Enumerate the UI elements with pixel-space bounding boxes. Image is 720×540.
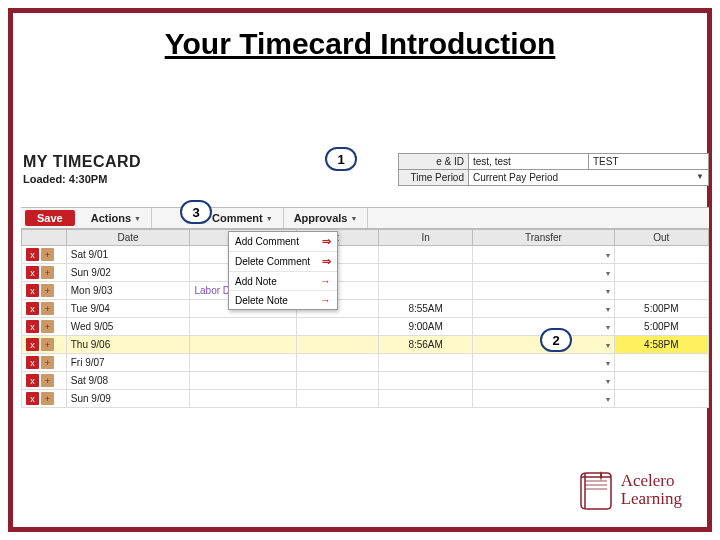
add-row-icon[interactable]: + <box>41 284 54 297</box>
delete-row-icon[interactable]: x <box>26 374 39 387</box>
delete-row-icon[interactable]: x <box>26 338 39 351</box>
transfer-cell[interactable]: ▾ <box>473 390 614 408</box>
amount-cell[interactable] <box>296 336 378 354</box>
extra-field[interactable]: TEST <box>589 154 709 170</box>
out-cell[interactable]: 4:58PM <box>614 336 708 354</box>
comment-menu-button[interactable]: Comment ▼ <box>202 208 284 228</box>
in-cell[interactable] <box>379 354 473 372</box>
row-action-cell: x+ <box>22 282 67 300</box>
table-row[interactable]: x+Wed 9/059:00AM▾5:00PM <box>22 318 709 336</box>
name-id-value[interactable]: test, test <box>469 154 589 170</box>
table-row[interactable]: x+Sun 9/02▾ <box>22 264 709 282</box>
add-row-icon[interactable]: + <box>41 248 54 261</box>
in-cell[interactable]: 9:00AM <box>379 318 473 336</box>
amount-cell[interactable] <box>296 318 378 336</box>
date-cell[interactable]: Sat 9/01 <box>66 246 190 264</box>
transfer-cell[interactable]: ▾ <box>473 246 614 264</box>
out-cell[interactable]: 5:00PM <box>614 300 708 318</box>
transfer-cell[interactable]: ▾ <box>473 354 614 372</box>
transfer-cell[interactable]: ▾ <box>473 372 614 390</box>
transfer-cell[interactable]: ▾ <box>473 264 614 282</box>
book-icon <box>577 469 613 511</box>
delete-row-icon[interactable]: x <box>26 320 39 333</box>
out-cell[interactable] <box>614 264 708 282</box>
delete-comment-item[interactable]: Delete Comment⇒ <box>229 252 337 272</box>
table-row[interactable]: x+Sat 9/08▾ <box>22 372 709 390</box>
arrow-right-icon: ⇒ <box>322 235 331 248</box>
in-cell[interactable] <box>379 390 473 408</box>
date-cell[interactable]: Wed 9/05 <box>66 318 190 336</box>
out-cell[interactable] <box>614 246 708 264</box>
amount-cell[interactable] <box>296 372 378 390</box>
slide-frame: Your Timecard Introduction MY TIMECARD L… <box>8 8 712 532</box>
transfer-cell[interactable]: ▾ <box>473 282 614 300</box>
save-button[interactable]: Save <box>25 210 75 226</box>
delete-row-icon[interactable]: x <box>26 356 39 369</box>
out-cell[interactable] <box>614 390 708 408</box>
table-row[interactable]: x+Fri 9/07▾ <box>22 354 709 372</box>
col-date: Date <box>66 230 190 246</box>
date-cell[interactable]: Fri 9/07 <box>66 354 190 372</box>
table-row[interactable]: x+Tue 9/048:55AM▾5:00PM <box>22 300 709 318</box>
in-cell[interactable] <box>379 282 473 300</box>
pay-cell[interactable] <box>190 336 296 354</box>
date-cell[interactable]: Sun 9/02 <box>66 264 190 282</box>
table-row[interactable]: x+Thu 9/068:56AM▾4:58PM <box>22 336 709 354</box>
row-action-cell: x+ <box>22 318 67 336</box>
pay-cell[interactable] <box>190 318 296 336</box>
amount-cell[interactable] <box>296 390 378 408</box>
logo-text: Acelero Learning <box>621 472 682 508</box>
time-period-select[interactable]: Current Pay Period ▼ <box>469 170 709 186</box>
in-cell[interactable]: 8:55AM <box>379 300 473 318</box>
row-action-cell: x+ <box>22 264 67 282</box>
in-cell[interactable] <box>379 264 473 282</box>
table-row[interactable]: x+Sat 9/01▾ <box>22 246 709 264</box>
add-row-icon[interactable]: + <box>41 374 54 387</box>
callout-3: 3 <box>180 200 212 224</box>
delete-note-item[interactable]: Delete Note→ <box>229 291 337 309</box>
delete-row-icon[interactable]: x <box>26 392 39 405</box>
out-cell[interactable] <box>614 372 708 390</box>
add-row-icon[interactable]: + <box>41 266 54 279</box>
approvals-menu[interactable]: Approvals ▼ <box>284 208 369 228</box>
pay-cell[interactable] <box>190 354 296 372</box>
out-cell[interactable] <box>614 354 708 372</box>
add-row-icon[interactable]: + <box>41 356 54 369</box>
in-cell[interactable] <box>379 246 473 264</box>
delete-row-icon[interactable]: x <box>26 284 39 297</box>
date-cell[interactable]: Sat 9/08 <box>66 372 190 390</box>
chevron-down-icon: ▾ <box>606 377 610 386</box>
out-cell[interactable]: 5:00PM <box>614 318 708 336</box>
in-cell[interactable] <box>379 372 473 390</box>
date-cell[interactable]: Tue 9/04 <box>66 300 190 318</box>
add-row-icon[interactable]: + <box>41 302 54 315</box>
in-cell[interactable]: 8:56AM <box>379 336 473 354</box>
add-comment-label: Add Comment <box>235 236 299 247</box>
chevron-down-icon: ▼ <box>350 215 357 222</box>
transfer-cell[interactable]: ▾ <box>473 300 614 318</box>
pay-cell[interactable] <box>190 390 296 408</box>
date-cell[interactable]: Sun 9/09 <box>66 390 190 408</box>
table-row[interactable]: x+Mon 9/03Labor Da▾ <box>22 282 709 300</box>
amount-cell[interactable] <box>296 354 378 372</box>
delete-row-icon[interactable]: x <box>26 302 39 315</box>
add-row-icon[interactable]: + <box>41 392 54 405</box>
add-row-icon[interactable]: + <box>41 338 54 351</box>
actions-menu[interactable]: Actions ▼ <box>81 208 152 228</box>
delete-row-icon[interactable]: x <box>26 248 39 261</box>
logo-line1: Acelero <box>621 472 682 490</box>
chevron-down-icon: ▾ <box>606 287 610 296</box>
arrow-right-icon: ⇒ <box>322 255 331 268</box>
pay-cell[interactable] <box>190 372 296 390</box>
table-row[interactable]: x+Sun 9/09▾ <box>22 390 709 408</box>
row-action-cell: x+ <box>22 390 67 408</box>
actions-label: Actions <box>91 212 131 224</box>
out-cell[interactable] <box>614 282 708 300</box>
date-cell[interactable]: Mon 9/03 <box>66 282 190 300</box>
delete-row-icon[interactable]: x <box>26 266 39 279</box>
app-title: MY TIMECARD <box>23 153 141 171</box>
date-cell[interactable]: Thu 9/06 <box>66 336 190 354</box>
add-comment-item[interactable]: Add Comment⇒ <box>229 232 337 252</box>
add-row-icon[interactable]: + <box>41 320 54 333</box>
add-note-item[interactable]: Add Note→ <box>229 272 337 291</box>
